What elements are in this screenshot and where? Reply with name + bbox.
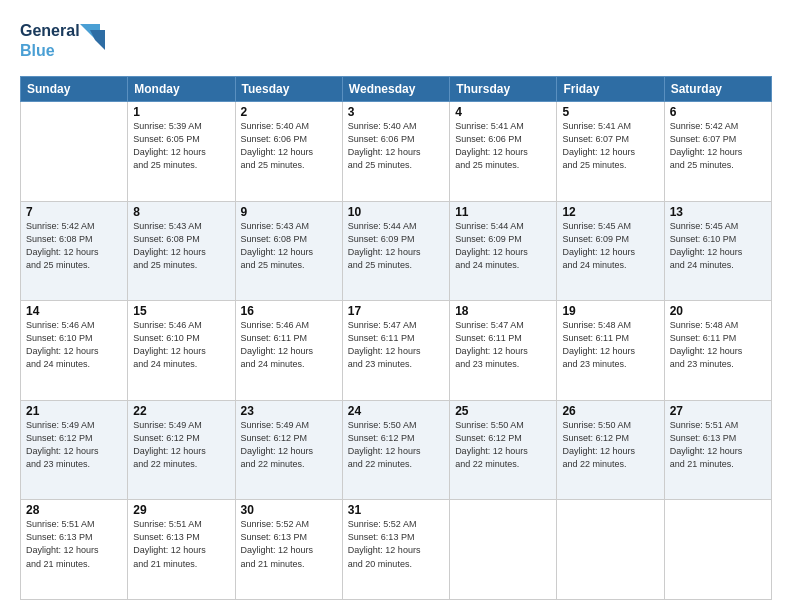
- calendar-week-row: 7Sunrise: 5:42 AM Sunset: 6:08 PM Daylig…: [21, 201, 772, 301]
- day-number: 17: [348, 304, 444, 318]
- calendar-day-header: Wednesday: [342, 77, 449, 102]
- day-number: 5: [562, 105, 658, 119]
- day-number: 27: [670, 404, 766, 418]
- calendar-cell: 21Sunrise: 5:49 AM Sunset: 6:12 PM Dayli…: [21, 400, 128, 500]
- calendar-cell: 31Sunrise: 5:52 AM Sunset: 6:13 PM Dayli…: [342, 500, 449, 600]
- day-info: Sunrise: 5:48 AM Sunset: 6:11 PM Dayligh…: [670, 319, 766, 371]
- day-info: Sunrise: 5:47 AM Sunset: 6:11 PM Dayligh…: [455, 319, 551, 371]
- day-number: 9: [241, 205, 337, 219]
- calendar-cell: 12Sunrise: 5:45 AM Sunset: 6:09 PM Dayli…: [557, 201, 664, 301]
- calendar-day-header: Sunday: [21, 77, 128, 102]
- calendar-cell: 22Sunrise: 5:49 AM Sunset: 6:12 PM Dayli…: [128, 400, 235, 500]
- day-number: 23: [241, 404, 337, 418]
- calendar-table: SundayMondayTuesdayWednesdayThursdayFrid…: [20, 76, 772, 600]
- day-number: 21: [26, 404, 122, 418]
- day-info: Sunrise: 5:49 AM Sunset: 6:12 PM Dayligh…: [241, 419, 337, 471]
- day-number: 22: [133, 404, 229, 418]
- day-number: 18: [455, 304, 551, 318]
- day-number: 8: [133, 205, 229, 219]
- calendar-cell: 24Sunrise: 5:50 AM Sunset: 6:12 PM Dayli…: [342, 400, 449, 500]
- calendar-cell: 2Sunrise: 5:40 AM Sunset: 6:06 PM Daylig…: [235, 102, 342, 202]
- day-number: 20: [670, 304, 766, 318]
- calendar-cell: 9Sunrise: 5:43 AM Sunset: 6:08 PM Daylig…: [235, 201, 342, 301]
- day-number: 25: [455, 404, 551, 418]
- calendar-cell: [557, 500, 664, 600]
- day-info: Sunrise: 5:52 AM Sunset: 6:13 PM Dayligh…: [348, 518, 444, 570]
- day-number: 26: [562, 404, 658, 418]
- calendar-cell: 29Sunrise: 5:51 AM Sunset: 6:13 PM Dayli…: [128, 500, 235, 600]
- calendar-cell: 1Sunrise: 5:39 AM Sunset: 6:05 PM Daylig…: [128, 102, 235, 202]
- day-info: Sunrise: 5:51 AM Sunset: 6:13 PM Dayligh…: [670, 419, 766, 471]
- day-number: 12: [562, 205, 658, 219]
- svg-text:General: General: [20, 22, 80, 39]
- day-number: 14: [26, 304, 122, 318]
- day-info: Sunrise: 5:43 AM Sunset: 6:08 PM Dayligh…: [133, 220, 229, 272]
- day-info: Sunrise: 5:39 AM Sunset: 6:05 PM Dayligh…: [133, 120, 229, 172]
- day-number: 19: [562, 304, 658, 318]
- page: General Blue SundayMondayTuesdayWednesda…: [0, 0, 792, 612]
- calendar-day-header: Thursday: [450, 77, 557, 102]
- calendar-cell: [21, 102, 128, 202]
- calendar-cell: 13Sunrise: 5:45 AM Sunset: 6:10 PM Dayli…: [664, 201, 771, 301]
- day-info: Sunrise: 5:45 AM Sunset: 6:09 PM Dayligh…: [562, 220, 658, 272]
- calendar-cell: 7Sunrise: 5:42 AM Sunset: 6:08 PM Daylig…: [21, 201, 128, 301]
- day-info: Sunrise: 5:42 AM Sunset: 6:08 PM Dayligh…: [26, 220, 122, 272]
- calendar-day-header: Saturday: [664, 77, 771, 102]
- calendar-cell: 27Sunrise: 5:51 AM Sunset: 6:13 PM Dayli…: [664, 400, 771, 500]
- day-number: 6: [670, 105, 766, 119]
- day-info: Sunrise: 5:51 AM Sunset: 6:13 PM Dayligh…: [133, 518, 229, 570]
- day-info: Sunrise: 5:43 AM Sunset: 6:08 PM Dayligh…: [241, 220, 337, 272]
- header: General Blue: [20, 16, 772, 66]
- calendar-cell: 28Sunrise: 5:51 AM Sunset: 6:13 PM Dayli…: [21, 500, 128, 600]
- day-number: 31: [348, 503, 444, 517]
- day-info: Sunrise: 5:52 AM Sunset: 6:13 PM Dayligh…: [241, 518, 337, 570]
- calendar-body: 1Sunrise: 5:39 AM Sunset: 6:05 PM Daylig…: [21, 102, 772, 600]
- calendar-cell: 30Sunrise: 5:52 AM Sunset: 6:13 PM Dayli…: [235, 500, 342, 600]
- day-info: Sunrise: 5:49 AM Sunset: 6:12 PM Dayligh…: [133, 419, 229, 471]
- calendar-week-row: 14Sunrise: 5:46 AM Sunset: 6:10 PM Dayli…: [21, 301, 772, 401]
- calendar-cell: 20Sunrise: 5:48 AM Sunset: 6:11 PM Dayli…: [664, 301, 771, 401]
- calendar-cell: 19Sunrise: 5:48 AM Sunset: 6:11 PM Dayli…: [557, 301, 664, 401]
- svg-marker-2: [90, 30, 105, 50]
- day-info: Sunrise: 5:49 AM Sunset: 6:12 PM Dayligh…: [26, 419, 122, 471]
- logo: General Blue: [20, 16, 115, 66]
- calendar-day-header: Tuesday: [235, 77, 342, 102]
- day-info: Sunrise: 5:45 AM Sunset: 6:10 PM Dayligh…: [670, 220, 766, 272]
- day-number: 2: [241, 105, 337, 119]
- calendar-day-header: Friday: [557, 77, 664, 102]
- day-info: Sunrise: 5:46 AM Sunset: 6:10 PM Dayligh…: [26, 319, 122, 371]
- calendar-cell: [450, 500, 557, 600]
- day-info: Sunrise: 5:48 AM Sunset: 6:11 PM Dayligh…: [562, 319, 658, 371]
- day-number: 11: [455, 205, 551, 219]
- calendar-cell: 25Sunrise: 5:50 AM Sunset: 6:12 PM Dayli…: [450, 400, 557, 500]
- calendar-cell: [664, 500, 771, 600]
- day-info: Sunrise: 5:50 AM Sunset: 6:12 PM Dayligh…: [348, 419, 444, 471]
- calendar-cell: 16Sunrise: 5:46 AM Sunset: 6:11 PM Dayli…: [235, 301, 342, 401]
- calendar-week-row: 1Sunrise: 5:39 AM Sunset: 6:05 PM Daylig…: [21, 102, 772, 202]
- day-number: 16: [241, 304, 337, 318]
- calendar-cell: 5Sunrise: 5:41 AM Sunset: 6:07 PM Daylig…: [557, 102, 664, 202]
- day-info: Sunrise: 5:41 AM Sunset: 6:07 PM Dayligh…: [562, 120, 658, 172]
- day-number: 29: [133, 503, 229, 517]
- svg-text:Blue: Blue: [20, 42, 55, 59]
- day-info: Sunrise: 5:47 AM Sunset: 6:11 PM Dayligh…: [348, 319, 444, 371]
- day-number: 30: [241, 503, 337, 517]
- calendar-cell: 26Sunrise: 5:50 AM Sunset: 6:12 PM Dayli…: [557, 400, 664, 500]
- calendar-cell: 8Sunrise: 5:43 AM Sunset: 6:08 PM Daylig…: [128, 201, 235, 301]
- calendar-cell: 18Sunrise: 5:47 AM Sunset: 6:11 PM Dayli…: [450, 301, 557, 401]
- day-info: Sunrise: 5:44 AM Sunset: 6:09 PM Dayligh…: [455, 220, 551, 272]
- calendar-cell: 15Sunrise: 5:46 AM Sunset: 6:10 PM Dayli…: [128, 301, 235, 401]
- day-number: 13: [670, 205, 766, 219]
- calendar-cell: 11Sunrise: 5:44 AM Sunset: 6:09 PM Dayli…: [450, 201, 557, 301]
- day-info: Sunrise: 5:50 AM Sunset: 6:12 PM Dayligh…: [455, 419, 551, 471]
- day-info: Sunrise: 5:46 AM Sunset: 6:10 PM Dayligh…: [133, 319, 229, 371]
- calendar-cell: 23Sunrise: 5:49 AM Sunset: 6:12 PM Dayli…: [235, 400, 342, 500]
- day-number: 4: [455, 105, 551, 119]
- calendar-week-row: 28Sunrise: 5:51 AM Sunset: 6:13 PM Dayli…: [21, 500, 772, 600]
- day-info: Sunrise: 5:40 AM Sunset: 6:06 PM Dayligh…: [241, 120, 337, 172]
- day-number: 7: [26, 205, 122, 219]
- day-info: Sunrise: 5:40 AM Sunset: 6:06 PM Dayligh…: [348, 120, 444, 172]
- day-info: Sunrise: 5:44 AM Sunset: 6:09 PM Dayligh…: [348, 220, 444, 272]
- day-number: 24: [348, 404, 444, 418]
- day-number: 15: [133, 304, 229, 318]
